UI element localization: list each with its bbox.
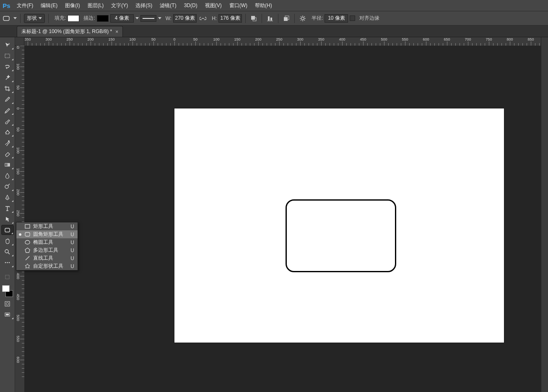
align-edges-checkbox[interactable] [350,15,355,21]
hand-tool[interactable] [1,236,14,246]
height-input[interactable] [218,14,242,23]
chevron-down-icon[interactable] [158,17,161,19]
close-icon[interactable]: × [115,29,118,35]
stroke-style-select[interactable] [140,15,156,22]
crop-tool[interactable] [1,83,14,93]
arrange-icon[interactable] [282,14,291,23]
menu-item[interactable]: 图像(I) [61,0,83,11]
menu-item[interactable]: 选择(S) [132,0,156,11]
flyout-item-key: U [70,224,74,230]
polygon-icon [24,247,31,253]
vertical-ruler[interactable]: 1501005005010015020025030035040045050055… [15,46,24,392]
clone-stamp-tool[interactable] [1,127,14,137]
flyout-item[interactable]: 矩形工具U [16,222,78,230]
flyout-item[interactable]: 多边形工具U [16,246,78,254]
chevron-down-icon[interactable] [13,17,17,19]
menu-item[interactable]: 文字(Y) [107,0,132,11]
rounded-rectangle-tool[interactable] [1,225,14,235]
divider [262,14,262,23]
svg-marker-38 [25,248,30,253]
chevron-down-icon [39,17,42,19]
quick-mask-button[interactable] [1,299,14,309]
divider [48,14,49,23]
pen-tool[interactable] [1,192,14,202]
history-brush-tool[interactable] [1,138,14,148]
flyout-item-label: 直线工具 [33,255,53,262]
blur-tool[interactable] [1,170,14,181]
fill-swatch[interactable] [68,15,79,22]
healing-brush-tool[interactable] [1,105,14,115]
rounded-rectangle-shape[interactable] [286,199,396,272]
type-tool[interactable] [1,203,14,213]
menu-item[interactable]: 帮助(H) [251,0,276,11]
svg-point-29 [9,262,10,263]
align-icon[interactable] [265,14,275,23]
svg-line-26 [8,253,10,254]
gear-icon[interactable] [298,14,307,23]
right-panel-collapsed[interactable] [541,37,548,392]
line-icon [24,255,31,261]
radius-input[interactable] [325,14,348,23]
gradient-tool[interactable] [1,160,14,170]
menu-item[interactable]: 图层(L) [84,0,108,11]
svg-line-14 [304,20,305,21]
radius-label: 半径: [312,15,323,22]
lasso-tool[interactable] [1,62,14,72]
divider [245,14,246,23]
stroke-label: 描边: [83,15,95,22]
chevron-down-icon[interactable] [135,17,139,19]
shape-mode-select[interactable]: 形状 [24,14,45,23]
menu-item[interactable]: 窗口(W) [226,0,251,11]
marquee-tool[interactable] [1,51,14,61]
stroke-width-input[interactable] [110,14,134,23]
zoom-tool[interactable] [1,247,14,257]
svg-line-16 [301,20,301,21]
tool-preset-icon[interactable] [3,14,12,23]
canvas[interactable] [174,108,504,343]
horizontal-ruler[interactable]: 3503002502001501005005010015020025030035… [24,37,541,46]
shape-mode-label: 形状 [27,15,37,22]
eyedropper-tool[interactable] [1,94,14,104]
eraser-tool[interactable] [1,149,14,159]
svg-point-23 [7,198,8,199]
svg-point-25 [5,250,8,253]
stroke-swatch[interactable] [97,15,109,22]
svg-line-39 [26,256,29,260]
flyout-item[interactable]: 直线工具U [16,254,78,262]
svg-rect-30 [5,275,9,279]
ruler-corner[interactable] [15,37,24,46]
svg-line-13 [301,16,301,17]
document-tab[interactable]: 未标题-1 @ 100% (圆角矩形 1, RGB/8) * × [17,26,123,37]
brush-tool[interactable] [1,116,14,126]
menu-item[interactable]: 滤镜(T) [156,0,180,11]
path-selection-tool[interactable] [1,214,14,224]
more-tools[interactable] [1,258,14,268]
svg-point-32 [6,302,9,305]
path-ops-icon[interactable] [249,14,258,23]
svg-rect-4 [270,18,272,21]
canvas-area[interactable] [24,46,541,392]
svg-point-27 [5,262,6,263]
menu-item[interactable]: 视图(V) [201,0,226,11]
menu-item[interactable]: 文件(F) [13,0,37,11]
svg-point-37 [25,240,30,244]
edit-toolbar-button[interactable] [1,272,14,282]
dodge-tool[interactable] [1,181,14,191]
divider [278,14,278,23]
fill-label: 填充: [55,15,66,22]
screen-mode-button[interactable] [1,309,14,320]
menu-item[interactable]: 编辑(E) [37,0,61,11]
flyout-item[interactable]: 自定形状工具U [16,262,78,270]
svg-rect-20 [5,163,10,166]
flyout-item[interactable]: 椭圆工具U [16,238,78,246]
flyout-item-label: 矩形工具 [33,223,53,230]
flyout-item[interactable]: 圆角矩形工具U [16,230,78,238]
move-tool[interactable] [1,40,14,50]
shape-tool-flyout: 矩形工具U圆角矩形工具U椭圆工具U多边形工具U直线工具U自定形状工具U [16,222,78,271]
foreground-background-swatch[interactable] [1,284,14,298]
width-input[interactable] [173,14,197,23]
magic-wand-tool[interactable] [1,72,14,83]
link-icon[interactable] [198,14,208,23]
menu-item[interactable]: 3D(D) [180,0,201,11]
ellipse-icon [24,239,31,245]
